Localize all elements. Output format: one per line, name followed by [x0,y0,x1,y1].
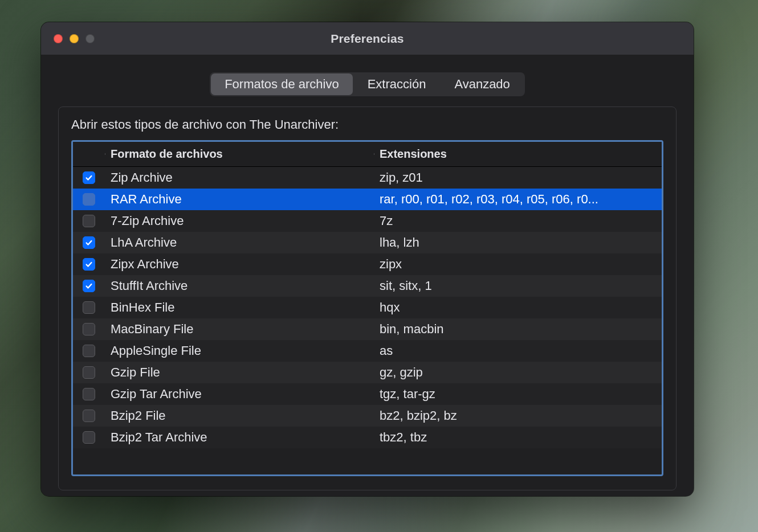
row-extensions: rar, r00, r01, r02, r03, r04, r05, r06, … [374,192,662,207]
row-checkbox-cell [73,193,105,206]
window-title: Preferencias [41,32,694,46]
titlebar: Preferencias [41,22,694,55]
row-checkbox[interactable] [83,410,95,422]
minimize-window-button[interactable] [70,34,79,43]
row-checkbox-cell [73,258,105,271]
table-row[interactable]: Bzip2 Tar Archivetbz2, tbz [73,427,662,448]
row-extensions: bz2, bzip2, bz [374,408,662,423]
table-row[interactable]: Zip Archivezip, z01 [73,167,662,189]
row-extensions: as [374,343,662,358]
row-checkbox[interactable] [83,215,95,227]
row-extensions: hqx [374,300,662,315]
row-format: Zipx Archive [105,257,374,272]
close-window-button[interactable] [54,34,63,43]
row-format: LhA Archive [105,235,374,250]
tabs: Formatos de archivo Extracción Avanzado [210,72,525,96]
row-format: BinHex File [105,300,374,315]
row-extensions: zip, z01 [374,170,662,185]
table-row[interactable]: StuffIt Archivesit, sitx, 1 [73,275,662,297]
row-format: Bzip2 File [105,408,374,423]
row-extensions: bin, macbin [374,322,662,337]
row-checkbox[interactable] [83,366,95,379]
row-checkbox-cell [73,236,105,249]
row-checkbox-cell [73,345,105,357]
window-controls [54,34,95,43]
row-checkbox[interactable] [83,258,95,271]
row-format: Gzip Tar Archive [105,387,374,402]
row-checkbox[interactable] [83,301,95,314]
table-row[interactable]: LhA Archivelha, lzh [73,232,662,253]
row-format: AppleSingle File [105,343,374,358]
row-extensions: 7z [374,214,662,228]
table-row[interactable]: 7-Zip Archive7z [73,210,662,232]
row-extensions: gz, gzip [374,365,662,380]
col-format[interactable]: Formato de archivos [105,148,374,161]
row-checkbox-cell [73,431,105,444]
table-row[interactable]: RAR Archiverar, r00, r01, r02, r03, r04,… [73,189,662,210]
row-checkbox[interactable] [83,280,95,292]
col-format-label: Formato de archivos [111,148,223,160]
panel-heading: Abrir estos tipos de archivo con The Una… [71,117,663,132]
table-row[interactable]: Bzip2 Filebz2, bzip2, bz [73,405,662,427]
tab-formats[interactable]: Formatos de archivo [211,73,353,95]
row-checkbox[interactable] [83,236,95,249]
table-row[interactable]: BinHex Filehqx [73,297,662,318]
row-checkbox-cell [73,215,105,227]
row-checkbox-cell [73,366,105,379]
row-format: Gzip File [105,365,374,380]
row-format: StuffIt Archive [105,279,374,293]
table-body: Zip Archivezip, z01RAR Archiverar, r00, … [73,167,662,474]
table-row[interactable]: Gzip Filegz, gzip [73,362,662,383]
col-extensions[interactable]: Extensiones [374,148,662,161]
table-header: Formato de archivos Extensiones [73,142,662,167]
row-extensions: tbz2, tbz [374,430,662,445]
row-checkbox-cell [73,388,105,400]
row-checkbox-cell [73,323,105,335]
formats-table[interactable]: Formato de archivos Extensiones Zip Arch… [71,140,663,476]
tab-advanced[interactable]: Avanzado [441,73,523,95]
table-row[interactable]: MacBinary Filebin, macbin [73,318,662,340]
formats-panel: Abrir estos tipos de archivo con The Una… [58,107,677,490]
zoom-window-button[interactable] [85,34,95,43]
row-checkbox[interactable] [83,345,95,357]
row-checkbox[interactable] [83,388,95,400]
row-extensions: sit, sitx, 1 [374,279,662,293]
row-checkbox[interactable] [83,431,95,444]
tabs-container: Formatos de archivo Extracción Avanzado [41,55,694,102]
row-extensions: lha, lzh [374,235,662,250]
table-row[interactable]: Gzip Tar Archivetgz, tar-gz [73,383,662,405]
row-format: Bzip2 Tar Archive [105,430,374,445]
row-format: RAR Archive [105,192,374,207]
row-checkbox[interactable] [83,193,95,206]
row-extensions: tgz, tar-gz [374,387,662,402]
window-content: Formatos de archivo Extracción Avanzado … [41,55,694,496]
row-checkbox-cell [73,280,105,292]
row-format: Zip Archive [105,170,374,185]
row-checkbox-cell [73,410,105,422]
row-checkbox-cell [73,301,105,314]
tab-extraction[interactable]: Extracción [354,73,440,95]
row-checkbox[interactable] [83,323,95,335]
table-row[interactable]: Zipx Archivezipx [73,253,662,275]
row-checkbox-cell [73,171,105,184]
row-extensions: zipx [374,257,662,272]
row-format: MacBinary File [105,322,374,337]
row-format: 7-Zip Archive [105,214,374,228]
preferences-window: Preferencias Formatos de archivo Extracc… [41,22,694,496]
table-row[interactable]: AppleSingle Fileas [73,340,662,362]
row-checkbox[interactable] [83,171,95,184]
col-extensions-label: Extensiones [380,148,447,160]
